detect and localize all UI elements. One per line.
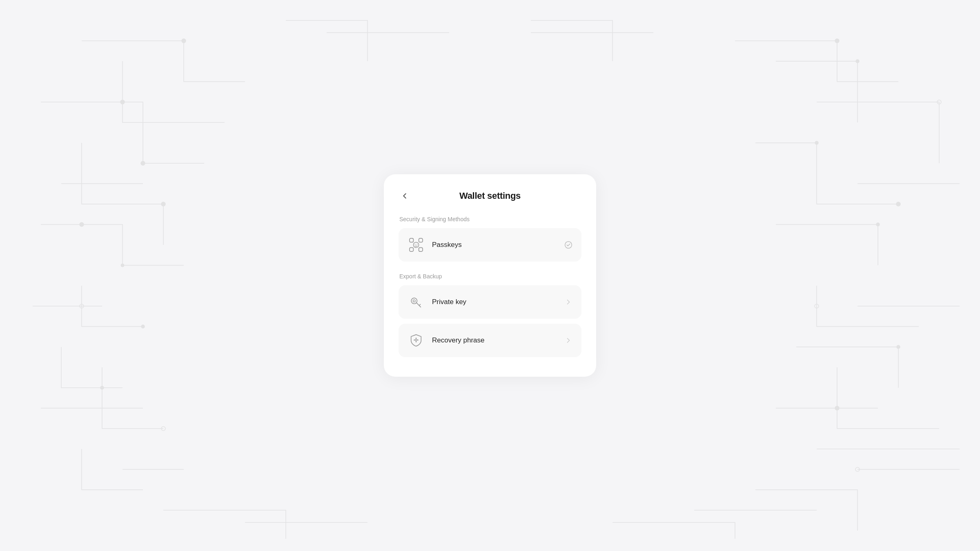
back-button[interactable] — [399, 190, 411, 202]
svg-point-19 — [855, 467, 860, 471]
private-key-icon — [408, 293, 425, 311]
private-key-item[interactable]: Private key — [399, 285, 581, 319]
svg-point-8 — [100, 386, 104, 389]
svg-point-26 — [416, 244, 417, 245]
export-section-label: Export & Backup — [399, 273, 581, 280]
svg-rect-21 — [419, 238, 423, 242]
private-key-label: Private key — [432, 298, 564, 306]
svg-point-10 — [835, 39, 839, 43]
svg-point-7 — [141, 325, 145, 328]
recovery-phrase-item[interactable]: Recovery phrase — [399, 324, 581, 357]
card-header: Wallet settings — [399, 191, 581, 201]
security-section-label: Security & Signing Methods — [399, 216, 581, 222]
svg-point-24 — [413, 242, 419, 247]
svg-point-0 — [182, 39, 186, 43]
svg-point-27 — [565, 242, 572, 249]
passkeys-item[interactable]: Passkeys — [399, 228, 581, 262]
svg-point-5 — [121, 264, 124, 267]
svg-point-12 — [937, 100, 941, 104]
svg-point-1 — [120, 100, 125, 104]
svg-point-9 — [161, 427, 165, 431]
svg-point-18 — [835, 406, 839, 410]
svg-point-11 — [856, 60, 859, 63]
private-key-chevron-icon — [564, 298, 572, 306]
recovery-phrase-chevron-icon — [564, 336, 572, 344]
svg-point-2 — [141, 161, 145, 165]
security-section: Security & Signing Methods — [399, 216, 581, 262]
svg-point-29 — [413, 300, 415, 302]
svg-point-17 — [897, 345, 900, 349]
passkeys-check-icon — [564, 241, 572, 249]
page-title: Wallet settings — [459, 191, 521, 201]
svg-rect-22 — [410, 248, 413, 251]
svg-point-3 — [161, 202, 165, 206]
export-section: Export & Backup Private key — [399, 273, 581, 357]
svg-rect-23 — [419, 248, 423, 251]
svg-point-15 — [876, 223, 880, 226]
svg-point-14 — [896, 202, 900, 206]
svg-point-16 — [815, 304, 819, 308]
recovery-phrase-label: Recovery phrase — [432, 336, 564, 344]
svg-point-25 — [415, 244, 416, 245]
passkeys-icon — [408, 236, 425, 253]
wallet-settings-card: Wallet settings Security & Signing Metho… — [384, 174, 596, 377]
svg-point-6 — [80, 304, 84, 308]
passkeys-label: Passkeys — [432, 241, 564, 249]
svg-point-13 — [815, 141, 818, 144]
svg-rect-20 — [410, 238, 413, 242]
recovery-phrase-icon — [408, 332, 425, 349]
svg-point-4 — [80, 222, 84, 227]
